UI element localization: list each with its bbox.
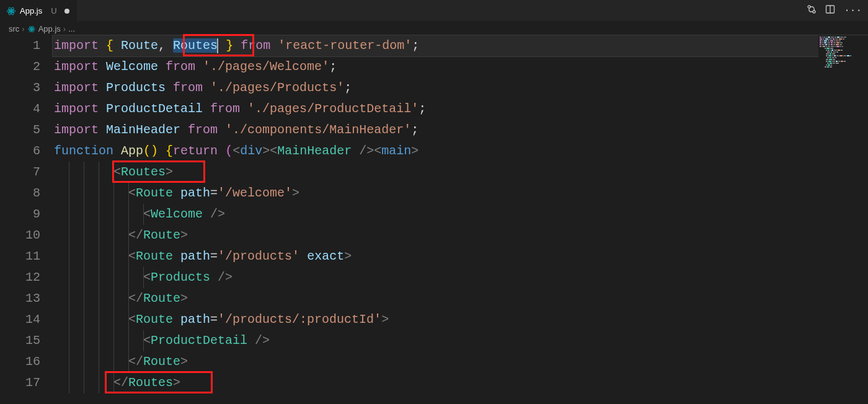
minimap[interactable] [818,35,868,404]
line-number[interactable]: 14 [0,309,40,330]
tab-dirty-indicator-icon [64,9,69,14]
editor-title-actions: ··· [807,0,868,21]
line-number[interactable]: 8 [0,183,40,204]
code-editor[interactable]: import { Route, Routes } from 'react-rou… [53,35,868,404]
line-number[interactable]: 2 [0,56,40,77]
code-line[interactable]: </Route> [53,288,868,309]
split-editor-icon[interactable] [825,4,835,17]
breadcrumb-trail[interactable]: ... [68,24,75,33]
code-line[interactable]: <Routes> [53,162,868,183]
tab-filename: App.js [20,6,42,15]
code-line[interactable]: <Route path='/welcome'> [53,183,868,204]
chevron-right-icon: › [22,24,24,33]
line-number[interactable]: 11 [0,246,40,267]
line-number-gutter[interactable]: 1234567891011121314151617 [0,35,53,404]
code-line[interactable]: <Route path='/products/:productId'> [53,309,868,330]
code-line[interactable]: import ProductDetail from './pages/Produ… [53,99,868,120]
code-line[interactable]: import Products from './pages/Products'; [53,77,868,99]
svg-point-0 [11,10,12,12]
code-line[interactable]: <ProductDetail /> [53,330,868,351]
line-number[interactable]: 5 [0,120,40,141]
line-number[interactable]: 9 [0,204,40,225]
code-line[interactable]: <Welcome /> [53,204,868,225]
line-number[interactable]: 15 [0,330,40,351]
line-number[interactable]: 10 [0,225,40,246]
line-number[interactable]: 4 [0,99,40,120]
editor-area: 1234567891011121314151617 import { Route… [0,35,868,404]
line-number[interactable]: 12 [0,267,40,288]
code-line[interactable]: function App() {return (<div><MainHeader… [53,141,868,162]
line-number[interactable]: 6 [0,141,40,162]
chevron-right-icon: › [63,24,66,33]
breadcrumb-file[interactable]: App.js [38,24,61,33]
line-number[interactable]: 7 [0,162,40,183]
svg-point-8 [31,29,32,30]
line-number[interactable]: 3 [0,77,40,99]
code-line[interactable]: import MainHeader from './components/Mai… [53,120,868,141]
compare-changes-icon[interactable] [807,4,817,17]
code-line[interactable]: </Route> [53,351,868,372]
react-file-icon [6,6,16,16]
line-number[interactable]: 17 [0,372,40,393]
svg-point-4 [808,6,810,8]
code-line[interactable]: import Welcome from './pages/Welcome'; [53,56,868,77]
code-line[interactable]: <Route path='/products' exact> [53,246,868,267]
code-line[interactable]: </Route> [53,225,868,246]
breadcrumb-folder[interactable]: src [9,24,19,33]
code-line[interactable]: <Products /> [53,267,868,288]
code-line[interactable]: </Routes> [53,372,868,393]
svg-point-5 [813,11,815,13]
code-line[interactable]: import { Route, Routes } from 'react-rou… [53,35,868,56]
tab-bar: App.js U ··· [0,0,868,22]
line-number[interactable]: 1 [0,35,40,56]
tab-git-status: U [51,6,56,15]
line-number[interactable]: 13 [0,288,40,309]
react-file-icon [27,24,36,33]
tab-app-js[interactable]: App.js U [0,0,77,21]
line-number[interactable]: 16 [0,351,40,372]
more-actions-icon[interactable]: ··· [844,6,862,15]
breadcrumb[interactable]: src › App.js › ... [0,22,868,35]
